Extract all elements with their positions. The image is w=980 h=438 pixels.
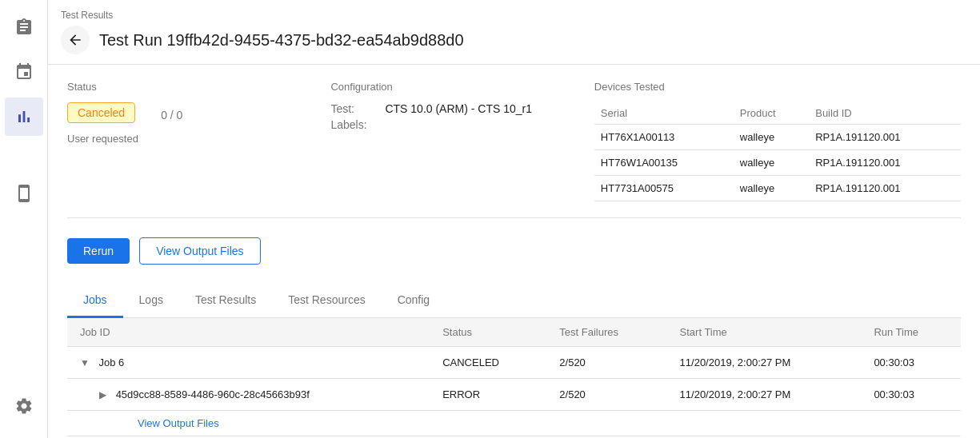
config-labels-row: Labels: (330, 118, 574, 131)
device-product: walleye (734, 150, 809, 176)
job-start-time: 11/20/2019, 2:00:27 PM (667, 379, 862, 411)
devices-table: Serial Product Build ID HT76X1A00113 wal… (594, 102, 961, 201)
view-output-files-link[interactable]: View Output Files (67, 411, 232, 436)
config-label: Configuration (330, 81, 574, 93)
content-area: Status Canceled 0 / 0 User requested Con… (48, 65, 980, 438)
job-id-text: Job 6 (99, 356, 125, 368)
info-section: Status Canceled 0 / 0 User requested Con… (67, 81, 961, 218)
devices-col-serial: Serial (594, 102, 734, 125)
main-content: Test Results Test Run 19ffb42d-9455-4375… (48, 0, 980, 438)
back-button[interactable] (61, 26, 90, 54)
devices-col-build: Build ID (809, 102, 961, 125)
tab-config[interactable]: Config (382, 284, 446, 318)
breadcrumb: Test Results (61, 10, 961, 21)
devices-col-product: Product (734, 102, 809, 125)
tab-test-results[interactable]: Test Results (179, 284, 272, 318)
device-product: walleye (734, 125, 809, 150)
job-id-cell: ▼ Job 6 (67, 347, 430, 379)
status-col: Status Canceled 0 / 0 User requested (67, 81, 330, 201)
sidebar-item-settings[interactable] (5, 387, 43, 425)
jobs-table-row: ▶ 45d9cc88-8589-4486-960c-28c45663b93f E… (67, 379, 961, 411)
job-status: CANCELED (430, 347, 546, 379)
device-build: RP1A.191120.001 (809, 125, 961, 150)
sidebar-item-phone[interactable] (5, 174, 43, 213)
job-start-time: 11/20/2019, 2:00:27 PM (667, 347, 862, 379)
device-product: walleye (734, 176, 809, 201)
collapse-icon[interactable]: ▶ (99, 389, 106, 400)
device-build: RP1A.191120.001 (809, 176, 961, 201)
job-id-text: 45d9cc88-8589-4486-960c-28c45663b93f (116, 388, 310, 400)
config-col: Configuration Test: CTS 10.0 (ARM) - CTS… (330, 81, 594, 201)
job-id-cell: ▶ 45d9cc88-8589-4486-960c-28c45663b93f (67, 379, 430, 411)
page-title: Test Run 19ffb42d-9455-4375-bd32-ea54ab9… (99, 31, 464, 50)
config-test-row: Test: CTS 10.0 (ARM) - CTS 10_r1 (330, 102, 574, 115)
sidebar-item-chart[interactable] (5, 98, 43, 136)
job-status: ERROR (430, 379, 546, 411)
status-badge: Canceled (67, 102, 135, 123)
progress-text: 0 / 0 (161, 109, 182, 121)
view-output-row: View Output Files (67, 411, 961, 436)
status-sub-text: User requested (67, 133, 311, 145)
job-run-time: 00:30:03 (861, 379, 961, 411)
devices-table-row: HT76X1A00113 walleye RP1A.191120.001 (594, 125, 961, 150)
sidebar-item-clipboard[interactable] (5, 8, 43, 46)
devices-table-row: HT76W1A00135 walleye RP1A.191120.001 (594, 150, 961, 176)
tab-jobs[interactable]: Jobs (67, 284, 123, 318)
sidebar-item-calendar[interactable] (5, 53, 43, 91)
devices-col: Devices Tested Serial Product Build ID H… (594, 81, 961, 201)
config-test-val: CTS 10.0 (ARM) - CTS 10_r1 (385, 102, 532, 115)
sidebar (0, 0, 48, 438)
job-run-time: 00:30:03 (861, 347, 961, 379)
view-output-button[interactable]: View Output Files (139, 237, 260, 265)
devices-header-row: Serial Product Build ID (594, 102, 961, 125)
device-serial: HT76X1A00113 (594, 125, 734, 150)
devices-label: Devices Tested (594, 81, 961, 93)
device-serial: HT76W1A00135 (594, 150, 734, 176)
collapse-icon[interactable]: ▼ (80, 357, 90, 368)
jobs-table: Job ID Status Test Failures Start Time R… (67, 318, 961, 436)
device-serial: HT7731A00575 (594, 176, 734, 201)
action-row: Rerun View Output Files (67, 237, 961, 265)
jobs-col-start: Start Time (667, 318, 862, 347)
job-failures: 2/520 (546, 379, 666, 411)
devices-table-row: HT7731A00575 walleye RP1A.191120.001 (594, 176, 961, 201)
config-test-key: Test: (330, 102, 378, 115)
jobs-col-status: Status (430, 318, 546, 347)
jobs-table-row: ▼ Job 6 CANCELED 2/520 11/20/2019, 2:00:… (67, 347, 961, 379)
jobs-col-failures: Test Failures (546, 318, 666, 347)
device-build: RP1A.191120.001 (809, 150, 961, 176)
jobs-col-run: Run Time (861, 318, 961, 347)
jobs-col-id: Job ID (67, 318, 430, 347)
tabs-bar: Jobs Logs Test Results Test Resources Co… (67, 284, 961, 318)
tab-logs[interactable]: Logs (123, 284, 179, 318)
job-failures: 2/520 (546, 347, 666, 379)
status-label: Status (67, 81, 311, 93)
header: Test Results Test Run 19ffb42d-9455-4375… (48, 0, 980, 65)
title-row: Test Run 19ffb42d-9455-4375-bd32-ea54ab9… (61, 26, 961, 54)
jobs-header-row: Job ID Status Test Failures Start Time R… (67, 318, 961, 347)
tab-test-resources[interactable]: Test Resources (272, 284, 381, 318)
config-labels-key: Labels: (330, 118, 378, 131)
rerun-button[interactable]: Rerun (67, 238, 130, 264)
